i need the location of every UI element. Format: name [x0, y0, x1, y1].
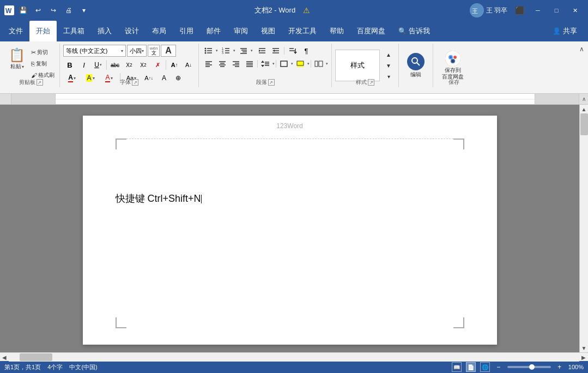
show-marks-button[interactable]: ¶: [300, 45, 313, 57]
clear-format-button[interactable]: ✗: [151, 59, 164, 71]
menu-view[interactable]: 视图: [254, 21, 282, 41]
size-down-button[interactable]: A↓: [182, 59, 195, 71]
ruler-scroll-btn[interactable]: ∧: [579, 94, 588, 104]
align-right-button[interactable]: [229, 58, 243, 70]
cut-button[interactable]: ✂ 剪切: [29, 47, 56, 58]
columns-dropdown: ▾: [326, 62, 328, 66]
separator-2: [166, 60, 166, 70]
save-to-baidu-button[interactable]: 保存到百度网盘: [437, 50, 469, 81]
justify-button[interactable]: [243, 58, 256, 70]
doc-line-1[interactable]: 快捷键 Ctrl+Shift+N: [116, 192, 464, 205]
svg-point-64: [450, 56, 452, 58]
search-icon-circle: [407, 53, 425, 70]
redo-btn[interactable]: ↪: [47, 4, 60, 17]
menu-developer[interactable]: 开发工具: [282, 21, 323, 41]
print-btn[interactable]: 🖨: [62, 4, 75, 17]
menu-file[interactable]: 文件: [2, 21, 29, 41]
style-scroll-up[interactable]: ▲: [382, 50, 395, 59]
menu-layout[interactable]: 布局: [146, 21, 173, 41]
font-A-button[interactable]: A: [161, 45, 176, 57]
status-words[interactable]: 4个字: [47, 363, 63, 371]
undo-btn[interactable]: ↩: [32, 4, 45, 17]
font-size-selector[interactable]: 小四 ▾: [127, 45, 147, 57]
underline-button[interactable]: U ▾: [92, 59, 105, 71]
font-expand-btn[interactable]: ↗: [132, 79, 138, 86]
style-scroll-down[interactable]: ▼: [382, 61, 395, 70]
copy-button[interactable]: ⎘ 复制: [29, 58, 56, 69]
strikethrough-button[interactable]: abc: [108, 59, 122, 71]
zoom-slider[interactable]: [507, 366, 551, 368]
style-preview[interactable]: 样式: [335, 50, 380, 81]
scroll-left-btn[interactable]: ◀: [0, 353, 9, 362]
text-cursor: [201, 195, 202, 203]
maximize-btn[interactable]: □: [548, 3, 565, 18]
number-list-button[interactable]: 1.2.3.: [220, 45, 233, 57]
menu-insert[interactable]: 插入: [91, 21, 118, 41]
zoom-in-btn[interactable]: +: [555, 363, 564, 371]
menu-baidu[interactable]: 百度网盘: [350, 21, 392, 41]
scroll-right-btn[interactable]: ▶: [579, 353, 588, 362]
menu-mailings[interactable]: 邮件: [200, 21, 227, 41]
status-pages[interactable]: 第1页，共1页: [4, 363, 41, 371]
bullet-list-button[interactable]: [202, 45, 215, 57]
zoom-out-btn[interactable]: −: [494, 363, 503, 371]
menu-share[interactable]: 👤 共享: [546, 21, 584, 41]
font-wen-button[interactable]: wén 文: [148, 45, 160, 57]
editing-button[interactable]: 编辑: [402, 50, 429, 81]
status-zoom[interactable]: 100%: [568, 364, 584, 370]
ruler-area: ∧: [0, 94, 588, 105]
menu-design[interactable]: 设计: [118, 21, 146, 41]
scroll-down-btn[interactable]: ▼: [580, 344, 589, 352]
status-language[interactable]: 中文(中国): [69, 363, 97, 371]
word-app-icon: W: [4, 5, 14, 15]
decrease-indent-button[interactable]: [256, 45, 269, 57]
save-quick-btn[interactable]: 💾: [16, 4, 29, 17]
columns-button[interactable]: [312, 58, 325, 70]
paste-label: 粘贴: [10, 63, 21, 70]
svg-point-60: [445, 51, 460, 66]
view-web-btn[interactable]: 🌐: [480, 362, 490, 372]
h-scroll-thumb[interactable]: [20, 353, 52, 361]
border-button[interactable]: [277, 58, 290, 70]
scroll-thumb[interactable]: [580, 113, 588, 135]
menu-tell-me[interactable]: 🔍 告诉我: [392, 21, 437, 41]
user-area[interactable]: 王 王 羽卒: [470, 3, 507, 17]
view-page-btn[interactable]: 📄: [466, 362, 476, 372]
customize-quick-btn[interactable]: ▾: [77, 4, 90, 17]
ribbon-collapse-btn[interactable]: ⬛: [511, 3, 528, 18]
size-up-button[interactable]: A↑: [168, 59, 181, 71]
styles-expand-btn[interactable]: ↗: [368, 79, 374, 86]
scroll-up-btn[interactable]: ▲: [580, 105, 589, 113]
paste-button[interactable]: 📋 粘贴 ▾: [5, 45, 28, 73]
bold-button[interactable]: B: [63, 59, 76, 71]
menu-review[interactable]: 审阅: [227, 21, 254, 41]
menu-help[interactable]: 帮助: [323, 21, 350, 41]
align-center-button[interactable]: [216, 58, 229, 70]
line-spacing-button[interactable]: [259, 58, 272, 70]
menu-home[interactable]: 开始: [29, 21, 57, 41]
save-label: 保存: [433, 79, 474, 86]
v-scrollbar: ▲ ▼: [579, 105, 588, 352]
bg-color-button[interactable]: [294, 58, 307, 70]
minimize-btn[interactable]: ─: [529, 3, 547, 18]
sort-button[interactable]: [286, 45, 299, 57]
zoom-slider-thumb[interactable]: [529, 364, 535, 370]
clipboard-expand-btn[interactable]: ↗: [37, 79, 43, 86]
align-left-button[interactable]: [202, 58, 215, 70]
close-btn[interactable]: ✕: [566, 3, 584, 18]
para-expand-btn[interactable]: ↗: [268, 79, 275, 86]
font-name-selector[interactable]: 等线 (中文正文) ▾: [63, 45, 126, 57]
menu-tools[interactable]: 工具箱: [57, 21, 91, 41]
subscript-button[interactable]: X2: [123, 59, 136, 71]
menu-references[interactable]: 引用: [173, 21, 200, 41]
paste-dropdown-arrow: ▾: [22, 64, 24, 69]
top-left-corner: [116, 139, 126, 149]
italic-button[interactable]: I: [77, 59, 90, 71]
svg-marker-31: [294, 52, 297, 54]
increase-indent-button[interactable]: [269, 45, 282, 57]
content-area: 123Word 快捷键 Ctrl+Shift+N ▲ ▼: [0, 105, 588, 352]
ribbon-collapse-arrow[interactable]: ∧: [577, 45, 586, 53]
multi-list-button[interactable]: [237, 45, 250, 57]
view-read-btn[interactable]: 📖: [452, 362, 462, 372]
superscript-button[interactable]: X2: [137, 59, 150, 71]
